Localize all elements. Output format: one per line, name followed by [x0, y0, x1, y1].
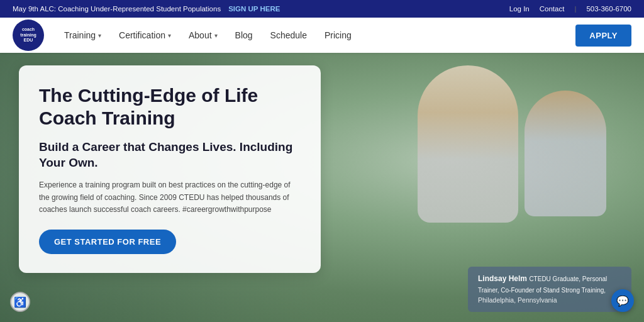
accessibility-button[interactable]: ♿ [10, 292, 30, 312]
hero-figure-man [525, 91, 606, 216]
top-bar-left: May 9th ALC: Coaching Under-Represented … [13, 5, 280, 13]
certification-chevron-icon: ▾ [168, 32, 171, 39]
hero-title: The Cutting-Edge of Life Coach Training [39, 84, 301, 130]
top-bar-right: Log In Contact | 503-360-6700 [509, 5, 631, 13]
phone-number: 503-360-6700 [586, 5, 631, 13]
accessibility-icon: ♿ [14, 296, 26, 308]
divider: | [574, 5, 576, 13]
chat-icon: 💬 [616, 295, 629, 307]
navbar: coach training EDU Training ▾ Certificat… [0, 18, 644, 53]
nav-training[interactable]: Training ▾ [57, 18, 109, 53]
about-chevron-icon: ▾ [214, 32, 218, 39]
hero-card: The Cutting-Edge of Life Coach Training … [19, 65, 321, 273]
hero-description: Experience a training program built on b… [39, 179, 301, 216]
login-link[interactable]: Log In [509, 5, 530, 13]
caption-name: Lindsay Helm CTEDU Graduate, Personal Tr… [478, 273, 621, 296]
logo-text: coach training EDU [20, 27, 36, 43]
top-bar: May 9th ALC: Coaching Under-Represented … [0, 0, 644, 18]
nav-links: Training ▾ Certification ▾ About ▾ Blog … [57, 18, 575, 53]
signup-link[interactable]: SIGN UP HERE [228, 5, 280, 13]
announcement-text: May 9th ALC: Coaching Under-Represented … [13, 5, 221, 13]
hero-section: The Cutting-Edge of Life Coach Training … [0, 53, 644, 322]
nav-about[interactable]: About ▾ [181, 18, 225, 53]
nav-schedule[interactable]: Schedule [263, 18, 314, 53]
hero-subtitle: Build a Career that Changes Lives. Inclu… [39, 140, 301, 170]
caption-location: Philadelphia, Pennsylvania [478, 296, 621, 306]
nav-blog[interactable]: Blog [228, 18, 260, 53]
chat-button[interactable]: 💬 [611, 289, 634, 312]
cta-button[interactable]: GET STARTED FOR FREE [39, 230, 176, 254]
logo[interactable]: coach training EDU [13, 19, 44, 51]
contact-link[interactable]: Contact [540, 5, 565, 13]
training-chevron-icon: ▾ [98, 32, 101, 39]
nav-certification[interactable]: Certification ▾ [111, 18, 179, 53]
apply-button[interactable]: APPLY [575, 25, 631, 47]
hero-caption: Lindsay Helm CTEDU Graduate, Personal Tr… [468, 267, 631, 312]
nav-pricing[interactable]: Pricing [317, 18, 359, 53]
hero-figure-woman [418, 65, 518, 223]
